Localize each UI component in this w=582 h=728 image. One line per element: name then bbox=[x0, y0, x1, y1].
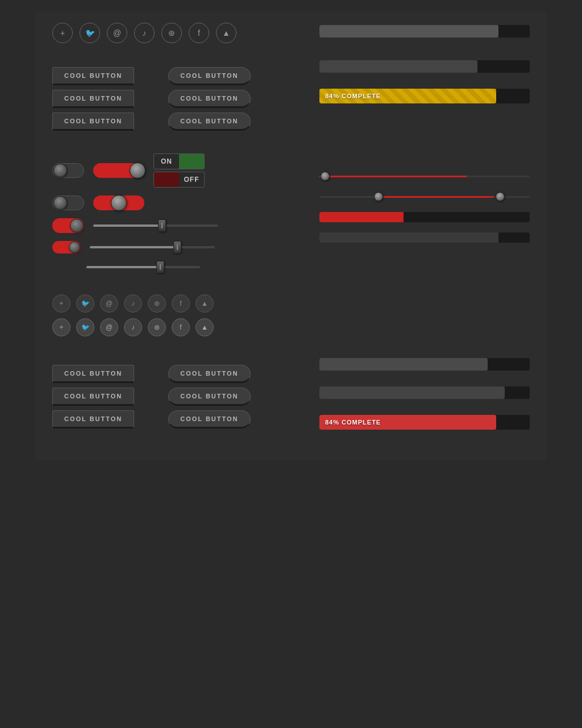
icon-facebook[interactable]: f bbox=[189, 23, 209, 43]
toggle-row-3 bbox=[52, 218, 302, 233]
progress-bar-1 bbox=[319, 25, 530, 38]
progress-bar-right-2 bbox=[319, 232, 530, 243]
cool-button-b1[interactable]: COOL BUTTON bbox=[52, 365, 134, 383]
progress-bar-2 bbox=[319, 60, 530, 73]
buttons-section-top: COOL BUTTON COOL BUTTON COOL BUTTON COOL… bbox=[52, 67, 302, 131]
btn-col-2: COOL BUTTON COOL BUTTON COOL BUTTON bbox=[168, 67, 250, 131]
icon-at[interactable]: @ bbox=[107, 23, 127, 43]
progress-bar-red: 84% COMPLETE bbox=[319, 415, 530, 430]
h-slider-3[interactable] bbox=[86, 261, 200, 273]
right-slider-4[interactable] bbox=[319, 232, 530, 243]
switch-off-label: OFF bbox=[179, 172, 204, 187]
icon3-twitter[interactable]: 🐦 bbox=[76, 318, 94, 336]
h-slider-2[interactable] bbox=[90, 242, 215, 253]
progress-bar-yellow: 84% COMPLETE bbox=[319, 89, 530, 103]
icon3-facebook[interactable]: f bbox=[172, 318, 190, 336]
toggle-1[interactable] bbox=[52, 163, 84, 178]
cool-button-rounded-2[interactable]: COOL BUTTON bbox=[168, 90, 250, 108]
toggle-row-1: ON OFF bbox=[52, 153, 302, 188]
icon3-plus[interactable]: + bbox=[52, 318, 70, 336]
right-slider-2[interactable] bbox=[319, 191, 530, 202]
progress-bars-top: 84% COMPLETE bbox=[319, 60, 530, 103]
icon2-twitter[interactable]: 🐦 bbox=[76, 294, 94, 313]
h-slider-track-3 bbox=[86, 266, 200, 268]
icon-music[interactable]: ♪ bbox=[134, 23, 155, 43]
icon2-arrow[interactable]: ▲ bbox=[196, 294, 214, 313]
icon2-at[interactable]: @ bbox=[100, 294, 118, 313]
icon3-rss[interactable]: ⊛ bbox=[148, 318, 166, 336]
cool-button-rounded-b3[interactable]: COOL BUTTON bbox=[168, 410, 250, 429]
right-slider-knob-2a[interactable] bbox=[374, 192, 383, 201]
icon-row-middle-1: + 🐦 @ ♪ ⊛ f ▲ bbox=[52, 294, 302, 313]
icon3-arrow[interactable]: ▲ bbox=[196, 318, 214, 336]
switch-on[interactable]: ON bbox=[153, 153, 205, 169]
slider-toggle-2[interactable] bbox=[93, 195, 144, 210]
cool-button-b3[interactable]: COOL BUTTON bbox=[52, 410, 134, 429]
cool-button-rounded-1[interactable]: COOL BUTTON bbox=[168, 67, 250, 85]
progress-bar-bottom-1 bbox=[319, 358, 530, 371]
cool-button-3[interactable]: COOL BUTTON bbox=[52, 113, 134, 131]
icon-rss[interactable]: ⊛ bbox=[161, 23, 182, 43]
icon2-music[interactable]: ♪ bbox=[124, 294, 142, 313]
h-slider-knob-2[interactable] bbox=[173, 241, 181, 253]
switch-off[interactable]: OFF bbox=[153, 172, 205, 188]
switch-on-indicator bbox=[179, 154, 204, 169]
btn-col-1: COOL BUTTON COOL BUTTON COOL BUTTON bbox=[52, 67, 134, 131]
cool-button-rounded-b2[interactable]: COOL BUTTON bbox=[168, 388, 250, 406]
right-slider-3[interactable] bbox=[319, 211, 530, 223]
switch-on-label: ON bbox=[154, 154, 179, 169]
icon2-facebook[interactable]: f bbox=[172, 294, 190, 313]
toggle-row-2 bbox=[52, 195, 302, 210]
icon2-rss[interactable]: ⊛ bbox=[148, 294, 166, 313]
toggle-row-4 bbox=[52, 241, 302, 253]
icon3-at[interactable]: @ bbox=[100, 318, 118, 336]
icon-twitter[interactable]: 🐦 bbox=[80, 23, 100, 43]
on-off-switch[interactable]: ON OFF bbox=[153, 153, 205, 188]
cool-button-b2[interactable]: COOL BUTTON bbox=[52, 388, 134, 406]
h-slider-1[interactable] bbox=[93, 220, 218, 231]
h-slider-knob-1[interactable] bbox=[158, 219, 166, 232]
switch-off-indicator bbox=[154, 172, 179, 187]
cool-button-rounded-b1[interactable]: COOL BUTTON bbox=[168, 365, 250, 383]
toggle-4[interactable] bbox=[52, 241, 81, 253]
right-slider-1[interactable] bbox=[319, 170, 530, 182]
h-slider-track-1 bbox=[93, 224, 218, 227]
slider-toggle-1[interactable] bbox=[93, 163, 144, 178]
icon-arrow[interactable]: ▲ bbox=[216, 23, 236, 43]
toggle-2[interactable] bbox=[52, 195, 84, 210]
right-slider-knob-2b[interactable] bbox=[496, 192, 505, 201]
progress-bars-bottom: 84% COMPLETE bbox=[319, 358, 530, 430]
toggle-3[interactable] bbox=[52, 218, 84, 233]
progress-bar-right-1 bbox=[319, 212, 530, 222]
icon-plus[interactable]: + bbox=[52, 23, 73, 43]
icon2-plus[interactable]: + bbox=[52, 294, 70, 313]
icon3-music[interactable]: ♪ bbox=[124, 318, 142, 336]
right-slider-track-1 bbox=[319, 176, 530, 177]
toggle-row-5 bbox=[52, 261, 302, 273]
top-icon-row: + 🐦 @ ♪ ⊛ f ▲ bbox=[52, 23, 302, 43]
icon-row-middle-2: + 🐦 @ ♪ ⊛ f ▲ bbox=[52, 318, 302, 336]
buttons-section-bottom: COOL BUTTON COOL BUTTON COOL BUTTON COOL… bbox=[52, 365, 302, 429]
progress-bar-bottom-2 bbox=[319, 386, 530, 399]
cool-button-2[interactable]: COOL BUTTON bbox=[52, 90, 134, 108]
btn-col-bottom-2: COOL BUTTON COOL BUTTON COOL BUTTON bbox=[168, 365, 250, 429]
h-slider-knob-3[interactable] bbox=[156, 261, 164, 273]
cool-button-1[interactable]: COOL BUTTON bbox=[52, 67, 134, 85]
btn-col-bottom-1: COOL BUTTON COOL BUTTON COOL BUTTON bbox=[52, 365, 134, 429]
h-slider-track-2 bbox=[90, 246, 215, 248]
cool-button-rounded-3[interactable]: COOL BUTTON bbox=[168, 113, 250, 131]
right-slider-knob-1a[interactable] bbox=[321, 172, 330, 181]
